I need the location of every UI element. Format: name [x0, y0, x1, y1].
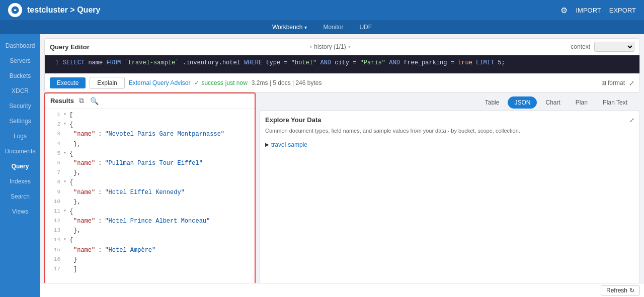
- sidebar-item-search[interactable]: Search: [0, 189, 40, 204]
- tree-arrow-icon: ▶: [265, 142, 269, 147]
- results-content: 1 ▾ [ 2 ▾ { 3 "name" :: [45, 109, 255, 292]
- query-editor-title: Query Editor: [50, 43, 90, 51]
- tab-plan[interactable]: Plan: [569, 96, 594, 109]
- results-copy-button[interactable]: ⧉: [78, 96, 85, 105]
- query-editor-panel: Query Editor ‹ history (1/1) › context 1…: [44, 38, 640, 92]
- settings-icon[interactable]: ⚙: [560, 6, 568, 15]
- view-tabs-header: Table JSON Chart Plan Plan Text: [260, 92, 640, 111]
- tab-chart[interactable]: Chart: [539, 96, 567, 109]
- json-line: 7 },: [49, 168, 251, 178]
- sidebar-item-xdcr[interactable]: XDCR: [0, 83, 40, 98]
- sub-nav: Workbench ▾ Monitor UDF: [0, 20, 644, 34]
- sidebar-item-documents[interactable]: Documents: [0, 144, 40, 159]
- json-line: 13 },: [49, 226, 251, 236]
- app-title: testcluster > Query: [27, 6, 560, 15]
- format-button[interactable]: ⊞ format: [601, 79, 625, 86]
- tree-item-label: travel-sample: [271, 141, 307, 148]
- sidebar-item-indexes[interactable]: Indexes: [0, 174, 40, 189]
- view-tabs-area: Table JSON Chart Plan Plan Text Explore …: [260, 92, 640, 293]
- sidebar-item-dashboard[interactable]: Dashboard: [0, 38, 40, 53]
- execute-button[interactable]: Execute: [50, 77, 86, 88]
- results-header: Results ⧉ 🔍: [45, 93, 255, 109]
- explore-tree-item-travel-sample[interactable]: ▶ travel-sample: [265, 140, 634, 149]
- context-selector: context: [571, 42, 634, 52]
- refresh-icon: ↻: [629, 287, 634, 294]
- export-button[interactable]: EXPORT: [609, 7, 636, 14]
- json-line: 16 }: [49, 255, 251, 265]
- bottom-bar: Refresh ↻: [40, 283, 644, 297]
- content-area: Query Editor ‹ history (1/1) › context 1…: [40, 34, 644, 297]
- subnav-monitor[interactable]: Monitor: [315, 20, 351, 34]
- sidebar-item-settings[interactable]: Settings: [0, 114, 40, 129]
- json-line: 6 "name" : "Pullman Paris Tour Eiffel": [49, 159, 251, 168]
- json-line: 3 "name" : "Novotel Paris Gare Montparna…: [49, 130, 251, 139]
- main-layout: Dashboard Servers Buckets XDCR Security …: [0, 34, 644, 297]
- status-badge: ✓ success just now: [194, 79, 247, 86]
- results-panel: Results ⧉ 🔍 1 ▾ [ 2 ▾ {: [44, 92, 256, 293]
- history-label: history (1/1): [314, 43, 346, 50]
- explain-button[interactable]: Explain: [90, 77, 124, 89]
- json-line: 9 "name" : "Hotel Eiffel Kennedy": [49, 188, 251, 197]
- chevron-down-icon: ▾: [304, 25, 307, 30]
- subnav-udf[interactable]: UDF: [351, 20, 380, 34]
- refresh-button[interactable]: Refresh ↻: [601, 285, 640, 295]
- json-line: 1 ▾ [: [49, 111, 251, 120]
- query-stats: 3.2ms | 5 docs | 246 bytes: [252, 79, 322, 86]
- explore-panel: Explore Your Data ⤢ Common document type…: [260, 111, 640, 293]
- explore-title: Explore Your Data: [265, 116, 321, 124]
- results-search-button[interactable]: 🔍: [89, 97, 100, 105]
- json-line: 11 ▾ {: [49, 207, 251, 217]
- sidebar-item-views[interactable]: Views: [0, 204, 40, 219]
- json-line: 10 },: [49, 197, 251, 207]
- results-title: Results: [50, 97, 74, 105]
- query-toolbar: Execute Explain External Query Advisor ✓…: [45, 73, 639, 92]
- expand-button[interactable]: ⤢: [629, 79, 634, 87]
- top-bar: testcluster > Query ⚙ IMPORT EXPORT: [0, 0, 644, 20]
- context-dropdown[interactable]: [594, 42, 634, 52]
- toolbar-right: ⊞ format ⤢: [601, 79, 634, 87]
- code-editor[interactable]: 1 SELECT name FROM `travel-sample` .inve…: [45, 55, 639, 73]
- json-line: 14 ▾ {: [49, 236, 251, 245]
- import-button[interactable]: IMPORT: [576, 7, 601, 14]
- sidebar: Dashboard Servers Buckets XDCR Security …: [0, 34, 40, 297]
- json-line: 15 "name" : "Hotel Ampère": [49, 246, 251, 255]
- external-advisor-link[interactable]: External Query Advisor: [129, 79, 191, 86]
- sidebar-item-security[interactable]: Security: [0, 98, 40, 114]
- sidebar-item-query[interactable]: Query: [0, 159, 40, 174]
- subnav-workbench[interactable]: Workbench ▾: [264, 20, 315, 34]
- explore-expand-button[interactable]: ⤢: [629, 117, 634, 124]
- history-next-button[interactable]: ›: [348, 43, 350, 50]
- tab-table[interactable]: Table: [478, 96, 506, 109]
- logo: [8, 3, 22, 17]
- tab-plan-text[interactable]: Plan Text: [596, 96, 634, 109]
- json-line: 2 ▾ {: [49, 120, 251, 130]
- json-line: 12 "name" : "Hotel Prince Albert Monceau…: [49, 217, 251, 226]
- results-area: Results ⧉ 🔍 1 ▾ [ 2 ▾ {: [44, 92, 640, 293]
- history-nav: ‹ history (1/1) ›: [310, 43, 350, 50]
- query-editor-header: Query Editor ‹ history (1/1) › context: [45, 39, 639, 55]
- json-line: 5 ▾ {: [49, 149, 251, 159]
- history-prev-button[interactable]: ‹: [310, 43, 312, 50]
- json-line: 8 ▾ {: [49, 178, 251, 187]
- explore-header-row: Explore Your Data ⤢: [265, 116, 634, 124]
- json-line: 17 ]: [49, 265, 251, 274]
- sidebar-item-buckets[interactable]: Buckets: [0, 68, 40, 83]
- query-line: 1 SELECT name FROM `travel-sample` .inve…: [51, 59, 633, 66]
- top-actions: ⚙ IMPORT EXPORT: [560, 6, 636, 15]
- sidebar-item-servers[interactable]: Servers: [0, 53, 40, 68]
- tab-json[interactable]: JSON: [508, 96, 537, 109]
- sidebar-item-logs[interactable]: Logs: [0, 129, 40, 144]
- json-line: 4 },: [49, 140, 251, 149]
- explore-description: Common document types, field names, and …: [265, 127, 634, 135]
